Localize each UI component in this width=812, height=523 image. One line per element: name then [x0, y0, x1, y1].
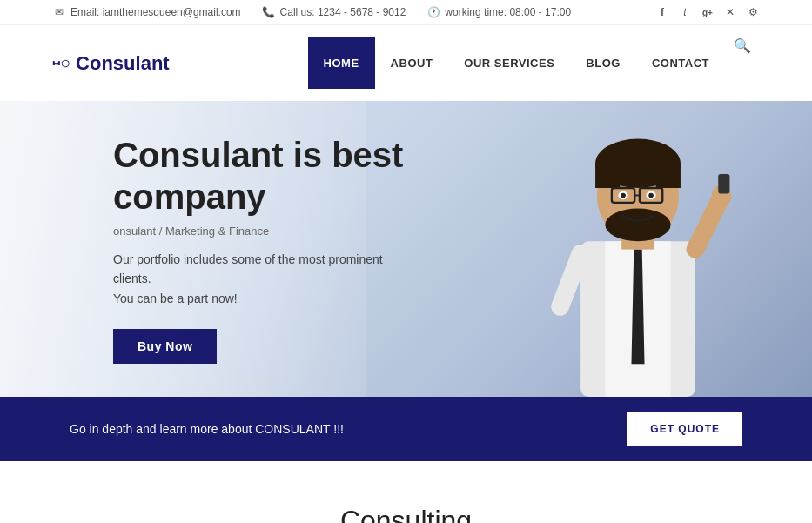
svg-point-15 — [648, 193, 654, 198]
nav-item-services[interactable]: OUR SERVICES — [448, 37, 570, 89]
banner-text: Go in depth and learn more about CONSULA… — [70, 422, 344, 436]
top-bar-left: Email: iamthemesqueen@gmail.com Call us:… — [52, 5, 571, 19]
svg-rect-6 — [595, 164, 620, 188]
consulting-section: Consulting ⊞ 👍 🔧 — [0, 461, 812, 523]
nav-item-blog[interactable]: BLOG — [570, 37, 636, 89]
nav-item-contact[interactable]: CONTACT — [636, 37, 725, 89]
hero-title: Consulant is best company — [113, 134, 418, 218]
hero-subtitle: onsulant / Marketing & Finance — [113, 225, 418, 238]
buy-now-button[interactable]: Buy Now — [113, 329, 217, 364]
get-quote-button[interactable]: GET QUOTE — [627, 412, 742, 446]
logo[interactable]: ꟷ○ Consulant — [52, 52, 170, 75]
top-bar: Email: iamthemesqueen@gmail.com Call us:… — [0, 0, 812, 25]
svg-rect-7 — [656, 164, 681, 188]
phone-icon — [262, 5, 276, 19]
nav-item-home[interactable]: HOME — [308, 37, 375, 89]
svg-rect-18 — [718, 174, 729, 194]
banner-section: Go in depth and learn more about CONSULA… — [0, 397, 812, 461]
logo-icon: ꟷ○ — [52, 53, 70, 73]
facebook-icon[interactable]: f — [655, 5, 669, 19]
clock-icon — [426, 5, 440, 19]
phone-label: Call us: 1234 - 5678 - 9012 — [280, 6, 406, 18]
x-icon[interactable]: ✕ — [723, 5, 737, 19]
hero-person — [499, 101, 777, 397]
svg-point-14 — [621, 193, 626, 198]
hero-section: Consulant is best company onsulant / Mar… — [0, 101, 812, 397]
hero-content: Consulant is best company onsulant / Mar… — [0, 134, 418, 364]
email-icon — [52, 5, 66, 19]
working-time-item: working time: 08:00 - 17:00 — [426, 5, 571, 19]
settings-icon[interactable]: ⚙ — [746, 5, 760, 19]
svg-line-19 — [560, 253, 581, 306]
phone-item: Call us: 1234 - 5678 - 9012 — [262, 5, 406, 19]
twitter-icon[interactable]: t — [678, 5, 692, 19]
svg-point-8 — [605, 209, 670, 242]
logo-text: Consulant — [76, 52, 170, 75]
header: ꟷ○ Consulant HOME ABOUT OUR SERVICES BLO… — [0, 25, 812, 101]
nav-item-about[interactable]: ABOUT — [375, 37, 449, 89]
hero-description: Our portfolio includes some of the most … — [113, 250, 418, 308]
email-item: Email: iamthemesqueen@gmail.com — [52, 5, 241, 19]
consulting-title: Consulting — [52, 505, 760, 523]
nav: HOME ABOUT OUR SERVICES BLOG CONTACT 🔍 — [308, 37, 760, 89]
search-icon[interactable]: 🔍 — [725, 37, 760, 89]
google-plus-icon[interactable]: g+ — [701, 5, 715, 19]
social-links: f t g+ ✕ ⚙ — [655, 5, 760, 19]
email-label: Email: iamthemesqueen@gmail.com — [70, 6, 241, 18]
working-label: working time: 08:00 - 17:00 — [445, 6, 571, 18]
svg-line-16 — [695, 200, 720, 249]
